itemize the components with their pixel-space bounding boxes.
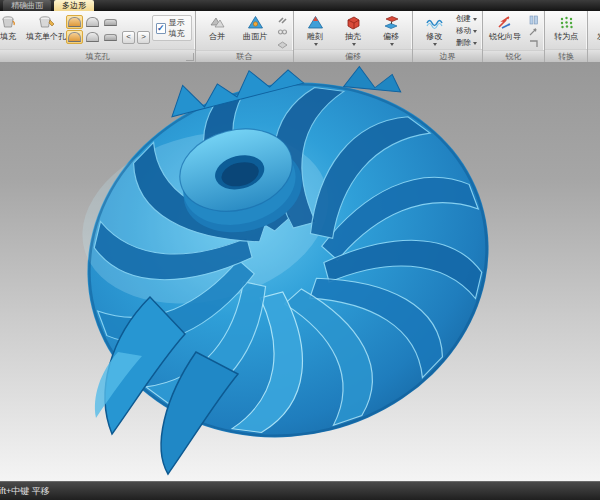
partial-hole-icon	[86, 32, 99, 42]
fill-mode-curvature-button[interactable]	[66, 15, 83, 29]
fill-mode-flat-button[interactable]	[102, 15, 119, 29]
layers-icon	[277, 39, 288, 49]
move-boundary-button[interactable]: 移动	[454, 25, 479, 37]
group-label-output: 输出	[588, 49, 600, 62]
dropdown-caret-icon	[473, 18, 477, 21]
combine-option-2-button[interactable]	[275, 26, 290, 38]
fill-mode-tangent-button[interactable]	[84, 15, 101, 29]
paint-bucket-pencil-icon	[38, 15, 55, 30]
hole-type-partial-button[interactable]	[84, 30, 101, 44]
dropdown-caret-icon	[433, 43, 437, 46]
dropdown-caret-icon	[473, 42, 477, 45]
hole-type-bridge-button[interactable]	[102, 30, 119, 44]
group-label-sharpen: 锐化	[483, 50, 544, 62]
paint-bucket-icon	[0, 15, 17, 30]
fill-mode-selector: < >	[66, 15, 150, 44]
create-boundary-button[interactable]: 创建	[454, 13, 479, 25]
combine-option-3-button[interactable]	[275, 38, 290, 50]
group-combine: 合并 曲面片	[196, 11, 294, 62]
fill-button[interactable]: 填充	[0, 13, 26, 44]
send-to-button[interactable]: 发送到	[591, 13, 600, 48]
shell-icon	[345, 15, 362, 30]
group-label-convert: 转换	[545, 49, 587, 62]
group-output: 发送到 输出	[588, 11, 600, 62]
group-label-offset: 偏移	[294, 49, 412, 62]
group-boundary: 修改 创建 移动 删除	[413, 11, 483, 62]
group-convert: 转为点 转换	[545, 11, 588, 62]
points-grid-icon	[558, 15, 575, 30]
tab-polygons[interactable]: 多边形	[54, 0, 94, 11]
dialog-launcher-icon[interactable]	[186, 53, 194, 61]
impeller-mesh-model[interactable]	[0, 62, 600, 481]
delete-boundary-button[interactable]: 删除	[454, 37, 479, 49]
viewport-3d[interactable]	[0, 62, 600, 481]
offset-icon	[383, 15, 400, 30]
merge-meshes-icon	[209, 15, 226, 30]
tab-exact-surfaces[interactable]: 精确曲面	[3, 0, 51, 11]
modify-boundary-button[interactable]: 修改	[416, 13, 452, 48]
group-offset: 雕刻 抽壳 偏移	[294, 11, 413, 62]
group-fill-holes: 填充 填充单个孔	[0, 11, 196, 62]
columns-icon	[528, 15, 539, 25]
flat-fill-icon	[104, 19, 117, 26]
sharpen-wizard-button[interactable]: 锐化向导	[486, 13, 524, 44]
surface-patch-icon	[247, 15, 264, 30]
status-bar: Shift+中键 平移	[0, 481, 600, 500]
dropdown-caret-icon	[352, 43, 356, 46]
tangent-fill-icon	[86, 17, 99, 27]
ribbon: 填充 填充单个孔	[0, 11, 600, 63]
group-label-boundary: 边界	[413, 49, 482, 62]
fill-single-hole-button[interactable]: 填充单个孔	[28, 13, 64, 44]
fill-label: 填充	[0, 31, 16, 42]
corner-icon	[528, 39, 539, 49]
ribbon-tabstrip: 精确曲面 多边形	[0, 0, 600, 11]
dropdown-caret-icon	[473, 30, 477, 33]
sharpen-option-3-button[interactable]	[526, 38, 541, 50]
show-fill-checkbox-row: ✓ 显示填充	[152, 15, 192, 41]
sharpen-wizard-icon	[497, 15, 514, 30]
sculpt-icon	[307, 15, 324, 30]
group-label-fill-holes: 填充孔	[0, 49, 195, 62]
merge-button[interactable]: 合并	[199, 13, 235, 44]
application-window: 精确曲面 多边形 填充	[0, 0, 600, 500]
group-label-combine: 联合	[196, 50, 293, 62]
shell-button[interactable]: 抽壳	[335, 13, 371, 48]
combine-option-1-button[interactable]	[275, 14, 290, 26]
link-icon	[277, 15, 288, 25]
curvature-fill-icon	[68, 17, 81, 27]
group-sharpen: 锐化向导	[483, 11, 545, 62]
show-fill-label: 显示填充	[169, 17, 188, 39]
chain-icon	[277, 27, 288, 37]
hole-type-complete-button[interactable]	[66, 30, 83, 44]
prev-hole-button[interactable]: <	[122, 31, 135, 44]
sharpen-option-1-button[interactable]	[526, 14, 541, 26]
show-fill-checkbox[interactable]: ✓	[156, 23, 166, 34]
boundary-wave-icon	[426, 15, 443, 30]
dropdown-caret-icon	[314, 43, 318, 46]
sharpen-option-2-button[interactable]	[526, 26, 541, 38]
diagonal-arrow-icon	[528, 27, 539, 37]
mouse-hint-text: Shift+中键 平移	[0, 485, 50, 498]
complete-hole-icon	[68, 32, 81, 42]
surface-patch-button[interactable]: 曲面片	[237, 13, 273, 44]
convert-to-points-button[interactable]: 转为点	[548, 13, 584, 44]
sculpt-button[interactable]: 雕刻	[297, 13, 333, 48]
bridge-hole-icon	[104, 34, 117, 41]
next-hole-button[interactable]: >	[137, 31, 150, 44]
offset-button[interactable]: 偏移	[373, 13, 409, 48]
dropdown-caret-icon	[390, 43, 394, 46]
fill-single-hole-label: 填充单个孔	[26, 31, 66, 42]
